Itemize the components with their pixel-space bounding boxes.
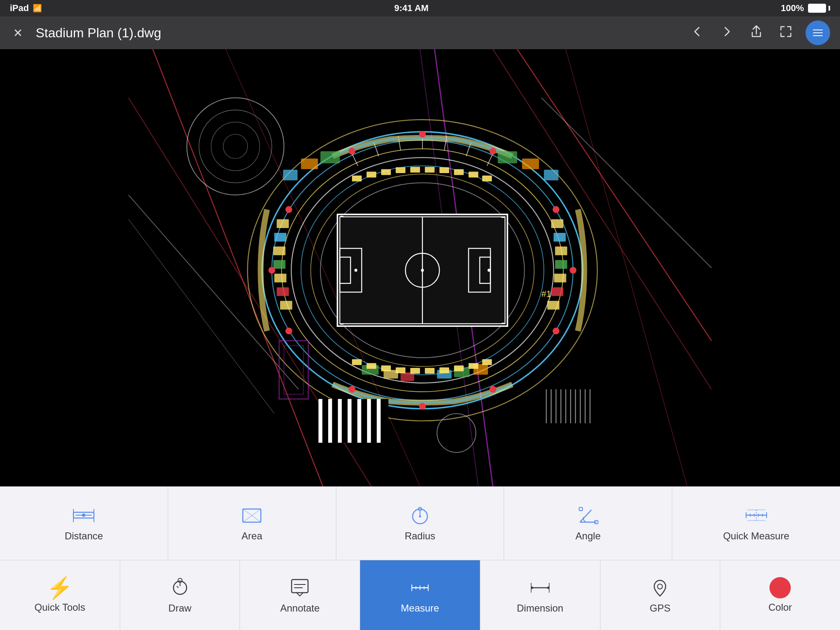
- measure-tool-angle[interactable]: Angle: [504, 486, 672, 560]
- measure-tool-radius[interactable]: Radius: [336, 486, 504, 560]
- svg-rect-31: [498, 151, 517, 164]
- svg-rect-64: [454, 169, 464, 175]
- forward-button[interactable]: [717, 22, 737, 44]
- svg-rect-43: [277, 219, 289, 228]
- color-label: Color: [768, 602, 792, 613]
- svg-point-98: [489, 386, 496, 393]
- svg-rect-45: [273, 247, 285, 255]
- svg-rect-73: [439, 368, 449, 373]
- svg-rect-53: [555, 260, 567, 269]
- svg-rect-32: [522, 159, 539, 169]
- toolbar-item-annotate[interactable]: Annotate: [240, 560, 360, 630]
- svg-rect-63: [439, 167, 449, 173]
- svg-rect-57: [352, 176, 362, 181]
- svg-point-99: [419, 403, 426, 410]
- svg-rect-75: [468, 363, 478, 369]
- svg-rect-65: [468, 171, 478, 177]
- battery-bar: [808, 4, 826, 13]
- expand-button[interactable]: [776, 22, 796, 44]
- svg-point-96: [552, 328, 559, 335]
- bottom-toolbar: Distance Area Radius: [0, 486, 840, 630]
- status-left: iPad 📶: [10, 3, 42, 14]
- svg-rect-48: [277, 287, 289, 296]
- svg-rect-72: [425, 368, 435, 374]
- distance-label: Distance: [65, 530, 103, 542]
- toolbar-item-draw[interactable]: Draw: [120, 560, 240, 630]
- toolbar-item-measure[interactable]: Measure: [360, 560, 480, 630]
- menu-line-3: [813, 35, 823, 36]
- svg-rect-61: [410, 167, 420, 173]
- status-right: 100%: [781, 3, 830, 14]
- svg-point-91: [285, 206, 292, 213]
- dimension-label: Dimension: [517, 603, 563, 614]
- menu-line-2: [813, 32, 823, 33]
- svg-point-93: [268, 267, 275, 274]
- wifi-icon: 📶: [33, 4, 42, 13]
- svg-rect-59: [381, 169, 391, 175]
- svg-point-134: [419, 515, 421, 517]
- close-button[interactable]: ✕: [10, 23, 26, 43]
- svg-rect-137: [579, 507, 582, 511]
- svg-rect-62: [425, 167, 435, 173]
- toolbar-item-dimension[interactable]: Dimension: [480, 560, 600, 630]
- angle-label: Angle: [575, 530, 600, 542]
- svg-rect-36: [283, 170, 298, 180]
- battery-tip: [829, 6, 830, 11]
- svg-rect-49: [280, 301, 292, 310]
- svg-rect-70: [396, 368, 406, 373]
- svg-point-90: [489, 148, 496, 155]
- title-bar: ✕ Stadium Plan (1).dwg: [0, 16, 840, 49]
- gps-label: GPS: [650, 603, 671, 614]
- svg-point-86: [354, 269, 357, 272]
- svg-rect-33: [544, 170, 559, 180]
- menu-line-1: [813, 30, 823, 30]
- measure-tool-distance[interactable]: Distance: [0, 486, 168, 560]
- measure-tool-area[interactable]: Area: [168, 486, 336, 560]
- svg-rect-52: [555, 247, 567, 255]
- svg-rect-58: [367, 171, 377, 177]
- svg-point-97: [349, 386, 356, 393]
- svg-rect-51: [554, 233, 566, 242]
- svg-rect-66: [482, 176, 492, 181]
- svg-rect-76: [482, 359, 492, 365]
- svg-rect-68: [367, 363, 377, 369]
- measure-label: Measure: [401, 603, 439, 614]
- svg-line-152: [177, 586, 178, 588]
- svg-point-88: [419, 131, 426, 138]
- radius-label: Radius: [405, 530, 436, 542]
- menu-button[interactable]: [806, 21, 830, 45]
- svg-point-95: [285, 328, 292, 335]
- drawing-area[interactable]: #1: [0, 49, 840, 486]
- svg-point-150: [178, 578, 182, 582]
- annotate-label: Annotate: [280, 603, 320, 614]
- svg-rect-67: [352, 359, 362, 365]
- toolbar-item-gps[interactable]: GPS: [600, 560, 721, 630]
- svg-point-81: [421, 269, 424, 272]
- svg-rect-56: [547, 301, 559, 310]
- svg-point-92: [552, 206, 559, 213]
- svg-rect-50: [551, 219, 564, 228]
- status-bar: iPad 📶 9:41 AM 100%: [0, 0, 840, 16]
- svg-text:#1: #1: [541, 289, 551, 299]
- svg-line-136: [580, 510, 591, 522]
- svg-marker-163: [531, 586, 534, 589]
- draw-label: Draw: [169, 603, 192, 614]
- time-display: 9:41 AM: [394, 3, 429, 14]
- back-button[interactable]: [687, 22, 707, 44]
- battery-percent: 100%: [781, 3, 804, 14]
- toolbar-item-quick-tools[interactable]: ⚡ Quick Tools: [0, 560, 120, 630]
- svg-point-127: [82, 514, 85, 517]
- measure-tool-quick-measure[interactable]: Quick Measure: [672, 486, 840, 560]
- svg-point-87: [488, 269, 491, 272]
- share-button[interactable]: [746, 22, 766, 44]
- svg-point-167: [657, 584, 662, 589]
- measure-subtoolbar: Distance Area Radius: [0, 486, 840, 560]
- battery-indicator: [808, 4, 830, 13]
- color-dot: [769, 577, 791, 598]
- main-toolbar: ⚡ Quick Tools Draw Annotate: [0, 560, 840, 630]
- toolbar-item-color[interactable]: Color: [720, 560, 840, 630]
- svg-rect-34: [320, 151, 340, 164]
- svg-point-89: [349, 148, 356, 155]
- svg-rect-69: [381, 365, 391, 371]
- svg-marker-164: [546, 586, 549, 589]
